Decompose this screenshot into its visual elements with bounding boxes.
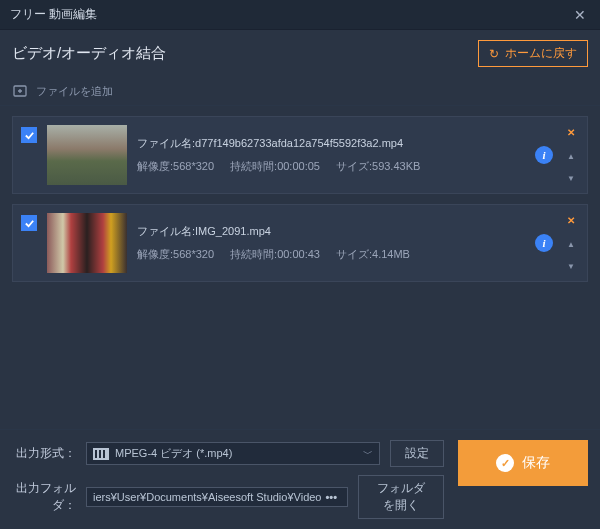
output-folder-label: 出力フォルダ： (12, 480, 76, 514)
save-button[interactable]: ✓ 保存 (458, 440, 588, 486)
info-button[interactable]: i (535, 234, 553, 252)
file-name-label: ファイル名: (137, 137, 195, 149)
move-up-button[interactable]: ▲ (567, 152, 575, 161)
settings-button[interactable]: 設定 (390, 440, 444, 467)
header: ビデオ/オーディオ結合 ↻ ホームに戻す (0, 30, 600, 77)
output-folder-value: iers¥User¥Documents¥Aiseesoft Studio¥Vid… (93, 491, 321, 503)
output-format-value: MPEG-4 ビデオ (*.mp4) (115, 446, 357, 461)
filesize: サイズ:593.43KB (336, 159, 420, 174)
home-button-label: ホームに戻す (505, 45, 577, 62)
resolution: 解像度:568*320 (137, 159, 214, 174)
filesize: サイズ:4.14MB (336, 247, 410, 262)
file-thumbnail (47, 125, 127, 185)
info-button[interactable]: i (535, 146, 553, 164)
toolbar: ファイルを追加 (0, 77, 600, 106)
home-button[interactable]: ↻ ホームに戻す (478, 40, 588, 67)
move-down-button[interactable]: ▼ (567, 262, 575, 271)
reload-icon: ↻ (489, 47, 499, 61)
item-controls: ✕ ▲ ▼ (563, 213, 579, 273)
file-name-label: ファイル名: (137, 225, 195, 237)
file-name-value: IMG_2091.mp4 (195, 225, 271, 237)
output-format-select[interactable]: MPEG-4 ビデオ (*.mp4) ﹀ (86, 442, 380, 465)
move-up-button[interactable]: ▲ (567, 240, 575, 249)
duration: 持続時間:00:00:43 (230, 247, 320, 262)
page-title: ビデオ/オーディオ結合 (12, 44, 166, 63)
duration: 持続時間:00:00:05 (230, 159, 320, 174)
file-details-row: 解像度:568*320 持続時間:00:00:05 サイズ:593.43KB (137, 159, 525, 174)
item-controls: ✕ ▲ ▼ (563, 125, 579, 185)
save-button-label: 保存 (522, 454, 550, 472)
file-checkbox[interactable] (21, 127, 37, 143)
footer: 出力形式： MPEG-4 ビデオ (*.mp4) ﹀ 設定 出力フォルダ： ie… (0, 429, 600, 529)
open-folder-button[interactable]: フォルダを開く (358, 475, 444, 519)
check-icon: ✓ (496, 454, 514, 472)
file-item: ファイル名:d77f149b62733afda12a754f5592f3a2.m… (12, 116, 588, 194)
file-name-value: d77f149b62733afda12a754f5592f3a2.mp4 (195, 137, 403, 149)
add-file-label[interactable]: ファイルを追加 (36, 84, 113, 99)
output-format-label: 出力形式： (12, 445, 76, 462)
close-button[interactable]: ✕ (570, 5, 590, 25)
file-meta: ファイル名:d77f149b62733afda12a754f5592f3a2.m… (137, 125, 525, 185)
file-item: ファイル名:IMG_2091.mp4 解像度:568*320 持続時間:00:0… (12, 204, 588, 282)
file-thumbnail (47, 213, 127, 273)
format-icon (93, 448, 109, 460)
resolution: 解像度:568*320 (137, 247, 214, 262)
output-folder-input[interactable]: iers¥User¥Documents¥Aiseesoft Studio¥Vid… (86, 487, 348, 507)
browse-button[interactable]: ••• (321, 491, 341, 503)
file-meta: ファイル名:IMG_2091.mp4 解像度:568*320 持続時間:00:0… (137, 213, 525, 273)
file-list: ファイル名:d77f149b62733afda12a754f5592f3a2.m… (0, 106, 600, 456)
file-checkbox[interactable] (21, 215, 37, 231)
app-title: フリー 動画編集 (10, 6, 97, 23)
file-details-row: 解像度:568*320 持続時間:00:00:43 サイズ:4.14MB (137, 247, 525, 262)
remove-button[interactable]: ✕ (567, 127, 575, 138)
remove-button[interactable]: ✕ (567, 215, 575, 226)
file-name-row: ファイル名:IMG_2091.mp4 (137, 224, 525, 239)
add-file-icon[interactable] (12, 83, 28, 99)
title-bar: フリー 動画編集 ✕ (0, 0, 600, 30)
file-name-row: ファイル名:d77f149b62733afda12a754f5592f3a2.m… (137, 136, 525, 151)
move-down-button[interactable]: ▼ (567, 174, 575, 183)
chevron-down-icon: ﹀ (363, 447, 373, 461)
